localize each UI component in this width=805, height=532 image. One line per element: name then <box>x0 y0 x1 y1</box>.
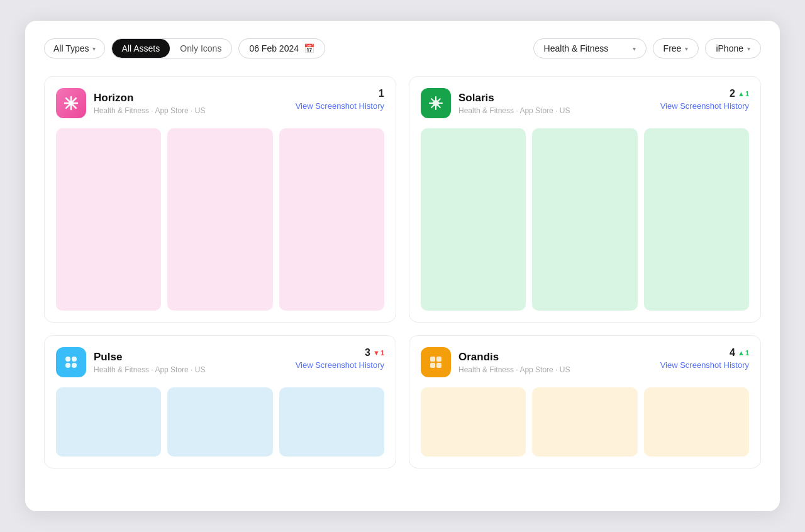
horizon-icon-svg <box>62 94 80 112</box>
pulse-icon-svg <box>62 353 80 371</box>
screenshots-solaris <box>409 128 760 322</box>
device-dropdown[interactable]: iPhone ▾ <box>705 38 761 58</box>
app-info-orandis: Orandis Health & Fitness · App Store · U… <box>458 351 570 374</box>
date-picker[interactable]: 06 Feb 2024 📅 <box>238 38 325 58</box>
app-meta-orandis: Health & Fitness · App Store · US <box>458 365 570 374</box>
view-history-pulse[interactable]: View Screenshot History <box>296 360 384 370</box>
rank-change-orandis: ▲ 1 <box>738 349 749 357</box>
svg-point-3 <box>72 357 77 362</box>
screenshot-thumb-2 <box>167 128 272 311</box>
app-header-right-orandis: 4 ▲ 1 View Screenshot History <box>660 347 749 370</box>
app-card-horizon: Horizon Health & Fitness · App Store · U… <box>44 76 396 323</box>
all-assets-toggle[interactable]: All Assets <box>112 39 170 58</box>
assets-toggle-group: All Assets Only Icons <box>111 38 233 58</box>
screenshot-thumb-5 <box>532 128 637 311</box>
apps-grid: Horizon Health & Fitness · App Store · U… <box>44 76 761 468</box>
app-header-pulse: Pulse Health & Fitness · App Store · US … <box>56 347 384 377</box>
date-label: 06 Feb 2024 <box>249 43 299 53</box>
svg-point-4 <box>65 363 70 368</box>
app-info-horizon: Horizon Health & Fitness · App Store · U… <box>94 92 205 115</box>
device-label: iPhone <box>716 43 743 53</box>
view-history-orandis[interactable]: View Screenshot History <box>660 360 749 370</box>
app-meta-solaris: Health & Fitness · App Store · US <box>458 106 570 115</box>
rank-horizon: 1 <box>296 88 384 99</box>
screenshot-thumb-3 <box>279 128 384 311</box>
svg-rect-7 <box>436 357 441 362</box>
app-meta-horizon: Health & Fitness · App Store · US <box>94 106 205 115</box>
app-header-solaris: Solaris Health & Fitness · App Store · U… <box>421 88 749 118</box>
types-chevron-icon: ▾ <box>92 45 96 52</box>
rank-orandis: 4 ▲ 1 <box>660 347 749 358</box>
app-icon-horizon <box>56 88 86 118</box>
types-label: All Types <box>53 43 89 53</box>
screenshot-thumb-4 <box>421 128 526 311</box>
screenshot-thumb-10 <box>421 387 526 457</box>
app-icon-solaris <box>421 88 451 118</box>
app-icon-pulse <box>56 347 86 377</box>
app-card-orandis: Orandis Health & Fitness · App Store · U… <box>409 335 761 468</box>
toolbar-right: Health & Fitness ▾ Free ▾ iPhone ▾ <box>533 38 761 58</box>
svg-rect-9 <box>436 363 441 368</box>
solaris-icon-svg <box>427 94 445 112</box>
device-chevron-icon: ▾ <box>747 45 750 52</box>
price-chevron-icon: ▾ <box>685 45 688 52</box>
svg-rect-6 <box>430 357 435 362</box>
screenshots-horizon <box>45 128 396 322</box>
app-header-right-pulse: 3 ▼ 1 View Screenshot History <box>296 347 384 370</box>
rank-change-solaris: ▲ 1 <box>738 90 749 97</box>
rank-solaris: 2 ▲ 1 <box>660 88 749 99</box>
app-header-horizon: Horizon Health & Fitness · App Store · U… <box>56 88 384 118</box>
rank-up-icon-2: ▲ <box>738 349 745 357</box>
svg-point-2 <box>65 357 70 362</box>
types-dropdown[interactable]: All Types ▾ <box>44 38 105 58</box>
screenshot-thumb-9 <box>279 387 384 457</box>
screenshots-pulse <box>45 387 396 468</box>
rank-up-icon: ▲ <box>738 90 745 97</box>
orandis-icon-svg <box>427 353 445 371</box>
category-label: Health & Fitness <box>544 43 609 53</box>
main-card: All Types ▾ All Assets Only Icons 06 Feb… <box>25 21 780 511</box>
calendar-icon: 📅 <box>304 43 314 53</box>
app-info-pulse: Pulse Health & Fitness · App Store · US <box>94 351 205 374</box>
app-header-left-pulse: Pulse Health & Fitness · App Store · US <box>56 347 205 377</box>
app-header-left-solaris: Solaris Health & Fitness · App Store · U… <box>421 88 570 118</box>
view-history-solaris[interactable]: View Screenshot History <box>660 101 749 111</box>
screenshot-thumb-6 <box>644 128 749 311</box>
toolbar: All Types ▾ All Assets Only Icons 06 Feb… <box>44 38 761 58</box>
rank-down-icon: ▼ <box>373 349 380 357</box>
app-card-pulse: Pulse Health & Fitness · App Store · US … <box>44 335 396 468</box>
only-icons-toggle[interactable]: Only Icons <box>170 39 231 58</box>
app-header-left-horizon: Horizon Health & Fitness · App Store · U… <box>56 88 205 118</box>
app-name-orandis: Orandis <box>458 351 570 363</box>
price-dropdown[interactable]: Free ▾ <box>653 38 699 58</box>
svg-rect-8 <box>430 363 435 368</box>
rank-pulse: 3 ▼ 1 <box>296 347 384 358</box>
app-header-orandis: Orandis Health & Fitness · App Store · U… <box>421 347 749 377</box>
screenshot-thumb-11 <box>532 387 637 457</box>
toolbar-left: All Types ▾ All Assets Only Icons 06 Feb… <box>44 38 527 58</box>
screenshot-thumb-7 <box>56 387 161 457</box>
app-name-solaris: Solaris <box>458 92 570 104</box>
view-history-horizon[interactable]: View Screenshot History <box>296 101 384 111</box>
app-header-left-orandis: Orandis Health & Fitness · App Store · U… <box>421 347 570 377</box>
app-header-right-solaris: 2 ▲ 1 View Screenshot History <box>660 88 749 111</box>
svg-point-0 <box>69 101 73 105</box>
screenshots-orandis <box>409 387 760 468</box>
rank-change-pulse: ▼ 1 <box>373 349 384 357</box>
category-dropdown[interactable]: Health & Fitness ▾ <box>533 38 647 58</box>
app-name-pulse: Pulse <box>94 351 205 363</box>
price-label: Free <box>663 43 682 53</box>
app-info-solaris: Solaris Health & Fitness · App Store · U… <box>458 92 570 115</box>
svg-point-5 <box>72 363 77 368</box>
app-icon-orandis <box>421 347 451 377</box>
category-chevron-icon: ▾ <box>633 45 636 52</box>
app-name-horizon: Horizon <box>94 92 205 104</box>
app-meta-pulse: Health & Fitness · App Store · US <box>94 365 205 374</box>
app-card-solaris: Solaris Health & Fitness · App Store · U… <box>409 76 761 323</box>
app-header-right-horizon: 1 View Screenshot History <box>296 88 384 111</box>
screenshot-thumb-1 <box>56 128 161 311</box>
screenshot-thumb-8 <box>167 387 272 457</box>
screenshot-thumb-12 <box>644 387 749 457</box>
